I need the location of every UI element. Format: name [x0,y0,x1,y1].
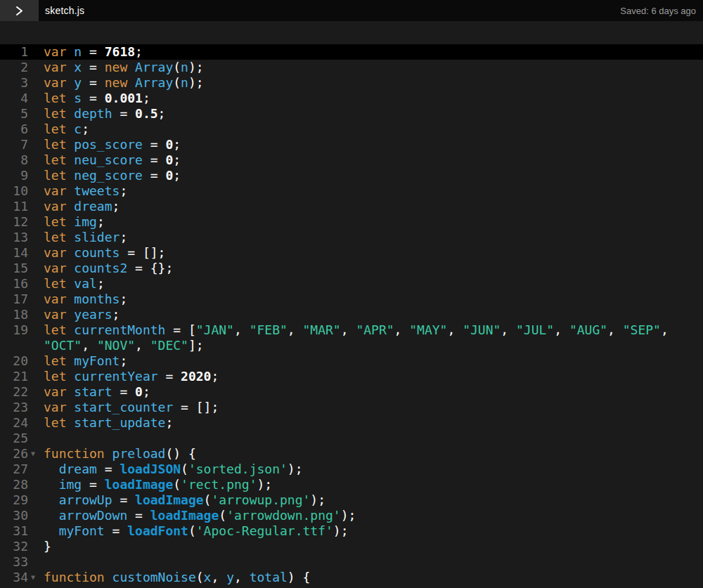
line-number: 26 [0,446,28,462]
code-line-row: 9let neg_score = 0; [0,168,703,183]
code-line[interactable]: var tweets; [44,183,703,199]
code-line[interactable]: img = loadImage('rect.png'); [44,477,703,492]
code-line[interactable]: } [44,539,703,554]
code-token-p: ); [310,492,325,507]
code-token-p: , [211,570,226,584]
code-token-p: ; [120,230,127,244]
code-token-p [67,292,75,306]
code-line[interactable]: let myFont; [44,353,703,369]
code-token-p: ; [165,415,173,430]
code-line[interactable]: let s = 0.001; [44,91,703,106]
code-token-p [67,307,75,322]
code-token-p: , [234,570,250,584]
code-token-p: = [82,75,105,90]
code-line-row: 31 myFont = loadFont('Apoc-Regular.ttf')… [0,523,703,539]
code-line[interactable]: let img; [44,214,703,230]
code-token-p [67,230,75,244]
code-token-s: "NOV" [97,338,135,353]
code-token-p: , [234,322,250,337]
code-token-p: ; [143,384,150,399]
code-token-n: 7618 [105,44,135,59]
code-line[interactable]: var dream; [44,199,703,214]
code-token-p [67,322,75,337]
code-token-v: s [74,91,82,105]
line-number: 6 [0,122,28,137]
code-line[interactable]: dream = loadJSON('sorted.json'); [44,462,703,477]
code-area[interactable]: 1var n = 7618;2var x = new Array(n);3var… [0,21,703,585]
code-line[interactable]: let c; [44,122,703,137]
code-line[interactable]: var months; [44,292,703,307]
code-token-v: currentMonth [74,322,165,337]
code-line[interactable]: var x = new Array(n); [44,60,703,75]
code-line[interactable]: let slider; [44,230,703,245]
line-number: 27 [0,462,28,477]
code-token-s: "OCT" [44,338,82,353]
code-token-v: n [74,44,82,59]
code-token-f: loadJSON [120,462,181,476]
code-token-v: img [59,477,82,492]
code-line[interactable]: let depth = 0.5; [44,106,703,122]
code-token-p: ; [97,276,105,291]
code-line[interactable]: let start_update; [44,415,703,431]
code-token-s: 'Apoc-Regular.ttf' [196,523,333,538]
code-line[interactable]: var counts = []; [44,245,703,261]
code-line[interactable]: function customNoise(x, y, total) { [44,570,703,585]
code-line[interactable] [44,554,703,570]
code-line[interactable]: let neg_score = 0; [44,168,703,183]
code-token-v: c [74,122,82,136]
code-token-p: , [341,322,356,337]
fold-marker-icon[interactable]: ▼ [28,570,44,585]
code-line[interactable]: let neu_score = 0; [44,152,703,168]
code-token-k: let [44,230,67,244]
code-token-v: val [74,276,97,291]
code-line[interactable]: let pos_score = 0; [44,137,703,152]
code-line[interactable]: var start = 0; [44,384,703,400]
code-line-row: 22var start = 0; [0,384,703,400]
code-editor[interactable]: 1var n = 7618;2var x = new Array(n);3var… [0,21,703,588]
line-number: 1 [0,44,28,60]
code-token-n: 0.001 [105,91,143,105]
code-token-n: 0 [165,137,173,152]
code-token-p: ; [120,292,127,306]
code-token-v: slider [74,230,120,244]
code-token-n: 0.5 [135,106,158,121]
line-number: 28 [0,477,28,492]
code-line[interactable]: arrowDown = loadImage('arrowdown.png'); [44,508,703,523]
code-line[interactable]: let currentYear = 2020; [44,369,703,384]
code-line[interactable]: var n = 7618; [44,44,703,60]
fold-marker-icon[interactable]: ▼ [28,446,44,462]
code-token-p: ; [143,91,150,105]
code-line[interactable]: function preload() { [44,446,703,462]
line-number: 22 [0,384,28,400]
code-token-v: img [74,214,97,229]
code-line[interactable]: var years; [44,307,703,322]
code-token-p [67,106,75,121]
code-line[interactable]: arrowUp = loadImage('arrowup.png'); [44,492,703,508]
code-line[interactable]: var counts2 = {}; [44,261,703,276]
code-line[interactable]: let currentMonth = ["JAN", "FEB", "MAR",… [44,322,703,353]
code-token-v: start [74,384,112,399]
code-token-v: Array [135,60,173,74]
code-token-s: "AUG" [569,322,607,337]
line-number: 29 [0,492,28,508]
code-line-row: 16let val; [0,276,703,292]
code-token-v: depth [74,106,112,121]
code-token-v: n [181,60,188,74]
code-token-p [127,60,135,74]
line-number: 18 [0,307,28,322]
code-line[interactable]: myFont = loadFont('Apoc-Regular.ttf'); [44,523,703,539]
line-number: 30 [0,508,28,523]
code-token-p [67,183,75,198]
code-line[interactable] [44,431,703,446]
code-line[interactable]: var start_counter = []; [44,400,703,415]
code-line[interactable]: var y = new Array(n); [44,75,703,91]
code-line-row: 24let start_update; [0,415,703,431]
code-token-p [67,91,75,105]
code-token-p [44,523,59,538]
code-line-row: 32} [0,539,703,554]
code-line[interactable]: let val; [44,276,703,292]
code-token-s: 'rect.png' [181,477,257,492]
code-token-v: arrowUp [59,492,112,507]
sidebar-expand-button[interactable] [0,0,39,21]
code-line-row: 34▼function customNoise(x, y, total) { [0,570,703,585]
